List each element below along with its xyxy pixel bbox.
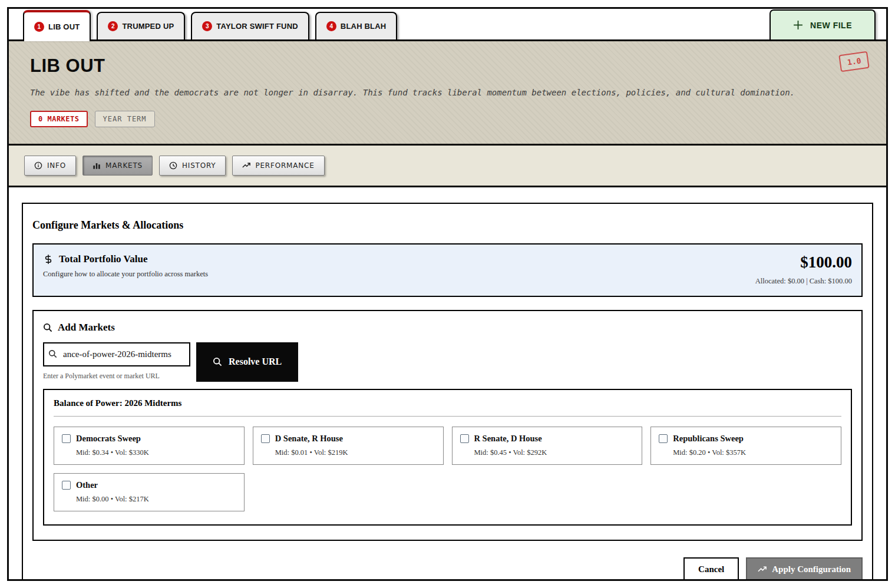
tab-number-badge: 1 <box>34 22 44 32</box>
portfolio-allocation: Allocated: $0.00 | Cash: $100.00 <box>755 277 852 286</box>
tab-label: LIB OUT <box>48 22 80 31</box>
market-checkbox[interactable] <box>62 434 71 443</box>
portfolio-left: Total Portfolio Value Configure how to a… <box>43 253 208 286</box>
main-area: Configure Markets & Allocations Total Po… <box>9 187 886 581</box>
market-option[interactable]: Republicans Sweep Mid: $0.20 • Vol: $357… <box>650 427 841 465</box>
new-file-label: NEW FILE <box>810 21 852 30</box>
info-icon <box>34 161 42 170</box>
cancel-button[interactable]: Cancel <box>683 557 739 581</box>
search-icon <box>43 323 52 332</box>
market-stats: Mid: $0.01 • Vol: $219K <box>275 448 435 457</box>
fund-header: LIB OUT The vibe has shifted and the dem… <box>9 41 886 146</box>
market-stats: Mid: $0.20 • Vol: $357K <box>673 448 833 457</box>
tab-label: BLAH BLAH <box>341 22 387 31</box>
trending-up-icon <box>242 161 250 170</box>
market-stats: Mid: $0.45 • Vol: $292K <box>474 448 635 457</box>
market-name: Democrats Sweep <box>76 434 141 444</box>
nav-tab-performance[interactable]: PERFORMANCE <box>232 156 324 176</box>
nav-tab-markets[interactable]: MARKETS <box>82 156 153 176</box>
nav-tab-info[interactable]: INFO <box>24 156 76 176</box>
tab-taylor-swift-fund[interactable]: 3 TAYLOR SWIFT FUND <box>191 12 309 39</box>
tab-number-badge: 4 <box>326 21 336 31</box>
event-title: Balance of Power: 2026 Midterms <box>54 398 841 408</box>
add-markets-section: Add Markets Enter a Polymarket event or … <box>32 310 863 541</box>
nav-tab-label: MARKETS <box>105 161 143 170</box>
tab-number-badge: 3 <box>202 21 212 31</box>
market-checkbox[interactable] <box>62 481 71 490</box>
market-checkbox[interactable] <box>261 434 270 443</box>
search-icon <box>213 357 222 366</box>
market-stats: Mid: $0.34 • Vol: $330K <box>76 448 236 457</box>
nav-tab-label: HISTORY <box>182 161 216 170</box>
portfolio-value: $100.00 <box>755 253 852 272</box>
tab-blah-blah[interactable]: 4 BLAH BLAH <box>315 12 398 39</box>
market-name: Republicans Sweep <box>673 434 744 444</box>
url-input-wrap <box>43 342 190 366</box>
fund-description: The vibe has shifted and the democrats a… <box>30 84 852 101</box>
dollar-icon <box>43 254 54 265</box>
add-markets-title: Add Markets <box>58 322 115 333</box>
panel-title: Configure Markets & Allocations <box>32 219 863 232</box>
market-name: R Senate, D House <box>474 434 542 444</box>
tab-label: TRUMPED UP <box>122 22 174 31</box>
market-option[interactable]: Democrats Sweep Mid: $0.34 • Vol: $330K <box>54 427 245 465</box>
app-frame: 1 LIB OUT 2 TRUMPED UP 3 TAYLOR SWIFT FU… <box>7 7 888 581</box>
trending-up-icon <box>758 565 767 574</box>
tab-lib-out[interactable]: 1 LIB OUT <box>23 10 91 41</box>
market-url-input[interactable] <box>43 342 190 366</box>
configure-panel: Configure Markets & Allocations Total Po… <box>22 203 873 581</box>
nav-tab-label: INFO <box>47 161 66 170</box>
market-name: Other <box>76 480 98 490</box>
market-name: D Senate, R House <box>275 434 343 444</box>
fund-badges: 0 MARKETS YEAR TERM <box>30 111 865 127</box>
portfolio-subtitle: Configure how to allocate your portfolio… <box>43 270 208 279</box>
markets-count-badge: 0 MARKETS <box>30 111 88 127</box>
apply-configuration-button[interactable]: Apply Configuration <box>746 557 863 581</box>
tab-trumped-up[interactable]: 2 TRUMPED UP <box>97 12 185 39</box>
term-badge: YEAR TERM <box>95 111 155 127</box>
resolve-url-button[interactable]: Resolve URL <box>196 342 298 382</box>
fund-tabs-strip: 1 LIB OUT 2 TRUMPED UP 3 TAYLOR SWIFT FU… <box>9 9 886 41</box>
apply-configuration-label: Apply Configuration <box>772 564 851 574</box>
portfolio-title: Total Portfolio Value <box>59 253 148 265</box>
tab-number-badge: 2 <box>108 21 118 31</box>
divider <box>54 416 841 417</box>
market-option[interactable]: Other Mid: $0.00 • Vol: $217K <box>54 473 245 511</box>
tab-label: TAYLOR SWIFT FUND <box>216 22 298 31</box>
market-option[interactable]: R Senate, D House Mid: $0.45 • Vol: $292… <box>452 427 643 465</box>
clock-icon <box>169 161 177 170</box>
search-icon <box>48 349 57 358</box>
fund-title: LIB OUT <box>30 55 865 77</box>
portfolio-summary: Total Portfolio Value Configure how to a… <box>32 243 863 297</box>
market-stats: Mid: $0.00 • Vol: $217K <box>76 495 236 504</box>
new-file-button[interactable]: NEW FILE <box>769 9 876 39</box>
input-helper-text: Enter a Polymarket event or market URL <box>43 372 190 381</box>
market-checkbox[interactable] <box>460 434 469 443</box>
nav-tab-label: PERFORMANCE <box>255 161 314 170</box>
bar-chart-icon <box>93 161 101 170</box>
resolve-url-label: Resolve URL <box>229 356 282 367</box>
footer-actions: Cancel Apply Configuration <box>32 557 863 581</box>
event-card: Balance of Power: 2026 Midterms Democrat… <box>43 389 852 526</box>
market-options-grid: Democrats Sweep Mid: $0.34 • Vol: $330K … <box>54 427 841 511</box>
portfolio-right: $100.00 Allocated: $0.00 | Cash: $100.00 <box>755 253 852 286</box>
nav-tab-history[interactable]: HISTORY <box>159 156 226 176</box>
plus-icon <box>793 20 803 30</box>
market-checkbox[interactable] <box>659 434 668 443</box>
market-option[interactable]: D Senate, R House Mid: $0.01 • Vol: $219… <box>253 427 444 465</box>
section-nav: INFO MARKETS HISTORY PERFORMANCE <box>9 146 886 187</box>
